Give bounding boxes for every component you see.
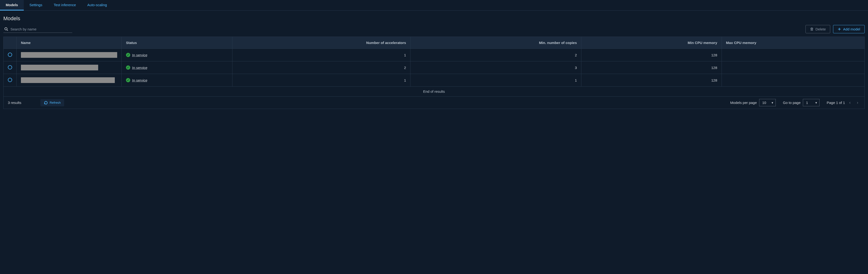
row-radio[interactable]: [8, 78, 12, 82]
goto-page-select[interactable]: 1 ▼: [803, 99, 819, 106]
status-link[interactable]: In service: [132, 66, 147, 70]
end-of-results: End of results: [4, 87, 864, 97]
cell-min-cpu-mem: 128: [581, 49, 722, 61]
check-circle-icon: ✓: [126, 53, 130, 57]
col-max-cpu-mem[interactable]: Max CPU memory: [721, 37, 864, 49]
per-page-label: Models per page: [730, 101, 757, 105]
add-model-button[interactable]: Add model: [833, 25, 865, 33]
status-link[interactable]: In service: [132, 78, 147, 82]
cell-min-copies: 1: [410, 74, 581, 87]
per-page-select[interactable]: 10 ▼: [759, 99, 776, 106]
page-title: Models: [0, 11, 868, 25]
tab-auto-scaling[interactable]: Auto-scaling: [82, 0, 113, 10]
refresh-button[interactable]: Refresh: [40, 99, 64, 106]
svg-point-0: [5, 28, 7, 30]
tab-settings[interactable]: Settings: [24, 0, 48, 10]
search-icon: [4, 27, 8, 31]
goto-label: Go to page: [783, 101, 801, 105]
refresh-icon: [44, 101, 48, 105]
col-min-copies[interactable]: Min. number of copies: [410, 37, 581, 49]
cell-accelerators: 1: [232, 49, 410, 61]
svg-line-1: [7, 30, 8, 31]
tab-test-inference[interactable]: Test inference: [48, 0, 82, 10]
row-radio[interactable]: [8, 65, 12, 69]
goto-value: 1: [806, 101, 808, 105]
cell-max-cpu-mem: [721, 61, 864, 74]
col-min-cpu-mem[interactable]: Min CPU memory: [581, 37, 722, 49]
toolbar: Delete Add model: [0, 25, 868, 37]
cell-min-cpu-mem: 128: [581, 74, 722, 87]
next-page-button[interactable]: ›: [855, 100, 860, 105]
cell-accelerators: 1: [232, 74, 410, 87]
table-footer: 3 results Refresh Models per page 10 ▼ G…: [4, 97, 864, 109]
cell-max-cpu-mem: [721, 49, 864, 61]
chevron-down-icon: ▼: [815, 101, 817, 104]
delete-label: Delete: [815, 27, 826, 31]
chevron-down-icon: ▼: [771, 101, 774, 104]
status-link[interactable]: In service: [132, 53, 147, 57]
row-radio[interactable]: [8, 53, 12, 57]
table-row: ✓ In service 1 1 128: [4, 74, 864, 87]
tab-models[interactable]: Models: [0, 0, 24, 10]
prev-page-button[interactable]: ‹: [847, 100, 852, 105]
results-count: 3 results: [8, 101, 21, 105]
delete-button[interactable]: Delete: [805, 25, 830, 33]
search-input[interactable]: [10, 27, 71, 31]
col-select: [4, 37, 17, 49]
page-summary: Page 1 of 1: [827, 101, 845, 105]
col-accelerators[interactable]: Number of accelerators: [232, 37, 410, 49]
add-label: Add model: [843, 27, 860, 31]
search-field[interactable]: [3, 26, 72, 33]
cell-min-copies: 2: [410, 49, 581, 61]
table-row: ✓ In service 2 3 128: [4, 61, 864, 74]
model-name-redacted[interactable]: [21, 52, 117, 58]
trash-icon: [810, 27, 813, 31]
cell-min-copies: 3: [410, 61, 581, 74]
plus-icon: [838, 27, 841, 31]
tab-bar: Models Settings Test inference Auto-scal…: [0, 0, 868, 11]
per-page-value: 10: [762, 101, 766, 105]
model-name-redacted[interactable]: [21, 77, 115, 83]
col-name[interactable]: Name: [17, 37, 122, 49]
models-table: Name Status Number of accelerators Min. …: [3, 37, 865, 109]
cell-accelerators: 2: [232, 61, 410, 74]
cell-max-cpu-mem: [721, 74, 864, 87]
check-circle-icon: ✓: [126, 78, 130, 82]
check-circle-icon: ✓: [126, 65, 130, 70]
model-name-redacted[interactable]: [21, 65, 98, 70]
col-status[interactable]: Status: [122, 37, 232, 49]
table-row: ✓ In service 1 2 128: [4, 49, 864, 61]
refresh-label: Refresh: [50, 101, 61, 104]
cell-min-cpu-mem: 128: [581, 61, 722, 74]
